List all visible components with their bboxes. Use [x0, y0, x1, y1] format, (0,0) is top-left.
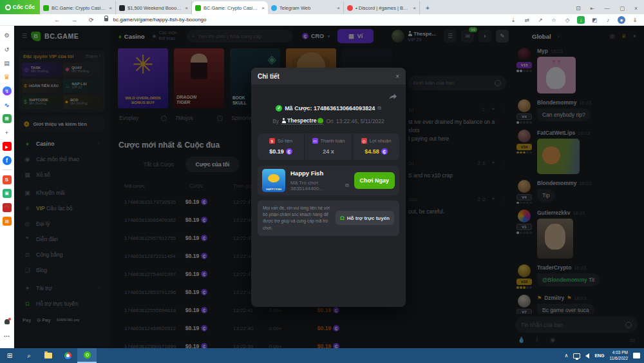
stat-icon: ◎: [361, 138, 367, 144]
time: 4:03 PM: [612, 350, 628, 355]
network-icon[interactable]: [573, 353, 580, 358]
coccoc-brand[interactable]: Cốc Cốc: [0, 0, 40, 14]
gift-icon[interactable]: ▣: [3, 189, 12, 198]
coccoc-taskbar-icon[interactable]: [77, 348, 97, 363]
crown-icon[interactable]: ♛: [3, 73, 12, 82]
stat-label-row: $Số tiền: [258, 138, 304, 144]
media-icon[interactable]: ♪: [604, 16, 612, 24]
downloader-icon[interactable]: ↓: [577, 16, 585, 24]
close-icon[interactable]: ×: [634, 5, 638, 12]
search-icon[interactable]: ⌕: [19, 348, 39, 363]
facebook-icon[interactable]: f: [3, 156, 12, 165]
clock[interactable]: 4:03 PM 11/6/2022: [610, 350, 628, 362]
copy-icon[interactable]: ⧉: [345, 182, 349, 189]
browser-tab[interactable]: Telegram Web×: [268, 1, 344, 14]
game-thumbnail[interactable]: [262, 169, 285, 192]
windows-taskbar: ⊞ ⌕ ∧ ENG 4:03 PM 11/6/2022: [0, 348, 644, 363]
gamepad-icon[interactable]: ▦: [3, 114, 12, 123]
stat-value: $4.58₵: [353, 148, 399, 155]
live-support-button[interactable]: Ω Hỗ trợ trực tuyến: [336, 211, 394, 225]
chrome-icon[interactable]: [58, 348, 77, 363]
bell-icon[interactable]: [3, 317, 12, 326]
forward-icon[interactable]: →: [71, 17, 77, 23]
history-icon[interactable]: ↺: [3, 45, 12, 54]
address-bar: ← → ⟳ bc.game/vi/game/happy-fish-by-booo…: [0, 14, 644, 26]
language-indicator[interactable]: ENG: [594, 353, 604, 358]
play-now-button[interactable]: Chơi Ngay: [354, 172, 395, 189]
start-button[interactable]: ⊞: [0, 348, 19, 363]
minimize-icon[interactable]: —: [605, 5, 611, 12]
hidden-icons-chevron[interactable]: ∧: [565, 353, 569, 358]
settings-icon[interactable]: ⚙: [3, 31, 12, 40]
maximize-icon[interactable]: ▢: [620, 5, 625, 12]
feed-icon[interactable]: ▤: [3, 59, 12, 68]
tab-title: BC.Game: Crypto Casino Gan: [52, 5, 106, 11]
new-tab-button[interactable]: +: [422, 3, 433, 13]
bookmark-star-icon[interactable]: ☆: [550, 16, 558, 24]
bet-datetime: 13:22:46, 5/11/2022: [336, 118, 384, 124]
shopee-icon[interactable]: S: [3, 175, 12, 184]
stat-label: Lợi nhuận: [370, 138, 392, 144]
player-link[interactable]: Thespectre: [281, 117, 323, 124]
browser-tab[interactable]: $1,500 Weekend Booongo M×: [116, 1, 192, 14]
window-controls: ⊡⇤—▢×: [569, 5, 644, 14]
tab-strip: BC.Game: Crypto Casino Gan×$1,500 Weeken…: [40, 0, 420, 14]
coccoc-logo-icon: [5, 5, 11, 10]
volume-icon[interactable]: [585, 353, 589, 358]
back-icon[interactable]: ←: [54, 17, 60, 23]
add-icon[interactable]: +: [3, 128, 12, 137]
save-page-icon[interactable]: ⇣: [509, 16, 517, 24]
tab-close-icon[interactable]: ×: [337, 5, 340, 11]
stat-label: Số tiền: [278, 138, 292, 144]
browser-tab[interactable]: BC.Game: Crypto Casino Gan×: [192, 1, 268, 14]
toolbar-icons: ⇣⇄↗☆◇↓◩♪●⇓: [509, 16, 644, 24]
hat-icon[interactable]: ◠: [3, 203, 12, 212]
support-box: Mọi vấn đề, xin vui lòng liên hệ với bộ …: [258, 201, 399, 236]
messenger-icon[interactable]: ↯: [3, 86, 12, 95]
tab-preview-icon[interactable]: ⊡: [576, 5, 580, 12]
lock-icon[interactable]: [104, 18, 108, 21]
profile-icon[interactable]: ●: [618, 16, 625, 24]
modal-close-icon[interactable]: ×: [395, 73, 399, 80]
adblock-shield-icon[interactable]: ◇: [564, 16, 571, 24]
tab-close-icon[interactable]: ×: [185, 5, 188, 11]
cart-icon[interactable]: ⊞: [3, 217, 12, 226]
stat-label-row: ◎Lợi nhuận: [353, 138, 399, 144]
more-icon[interactable]: ⋯: [3, 331, 12, 340]
stat-label-row: ▭Thanh toán: [305, 138, 352, 144]
headphones-icon: Ω: [340, 215, 345, 221]
bet-id-text: Mã Cược: 1748636130664093824: [285, 105, 375, 112]
tab-title: • Discord | #games | BC G: [355, 5, 410, 11]
youtube-icon[interactable]: ▶: [3, 142, 12, 151]
date: 11/6/2022: [610, 356, 628, 360]
browser-tabbar: Cốc Cốc BC.Game: Crypto Casino Gan×$1,50…: [0, 0, 644, 14]
stat-icon: $: [269, 138, 275, 144]
copy-icon[interactable]: ⧉: [377, 105, 381, 112]
browser-tab[interactable]: BC.Game: Crypto Casino Gan×: [40, 1, 116, 14]
tab-close-icon[interactable]: ×: [261, 5, 265, 11]
browser-tab[interactable]: • Discord | #games | BC G×: [344, 1, 420, 14]
extensions-icon[interactable]: ◩: [591, 16, 598, 24]
file-explorer-icon[interactable]: [39, 348, 58, 363]
share-icon[interactable]: ↗: [536, 16, 544, 24]
panel-arrow-icon[interactable]: ⇤: [590, 5, 594, 12]
workspace: ⚙↺▤♛↯∿▦+▶fS▣◠⊞⋯ ☰ B BC.GAME Đặc quyền VI…: [0, 26, 644, 348]
share-icon[interactable]: [251, 84, 406, 103]
tab-title: Telegram Web: [279, 5, 334, 11]
game-name: Happy Fish: [290, 170, 349, 177]
waves-icon[interactable]: ∿: [3, 101, 12, 110]
tab-title: $1,500 Weekend Booongo M: [128, 5, 182, 11]
tab-title: BC.Game: Crypto Casino Gan: [204, 5, 259, 11]
action-center-icon[interactable]: [633, 353, 640, 358]
tab-close-icon[interactable]: ×: [109, 5, 112, 11]
stat-value: $0.19₵: [258, 148, 304, 155]
bet-meta-row: By Thespectre On 13:22:46, 5/11/2022: [251, 117, 406, 124]
url-text[interactable]: bc.game/vi/game/happy-fish-by-booongo: [113, 17, 207, 23]
translate-icon[interactable]: ⇄: [523, 16, 531, 24]
reload-icon[interactable]: ⟳: [89, 17, 94, 23]
person-icon: [281, 118, 286, 123]
downloads-tray-icon[interactable]: ⇓: [631, 16, 639, 24]
tab-close-icon[interactable]: ×: [413, 5, 416, 11]
stat-số-tiền: $Số tiền$0.19₵: [258, 133, 304, 160]
stat-lợi-nhuận: ◎Lợi nhuận$4.58₵: [353, 133, 399, 160]
